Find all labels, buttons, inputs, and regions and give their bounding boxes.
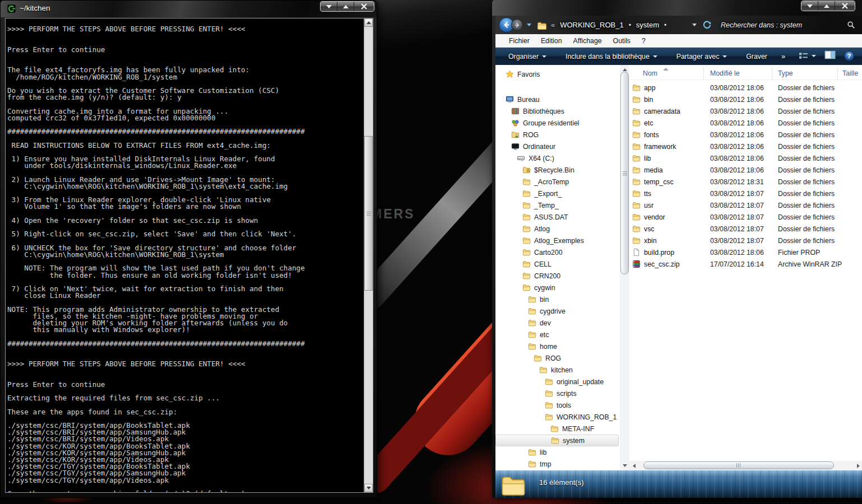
share-with-button[interactable]: Partager avec — [671, 50, 733, 63]
explorer-minimize-button[interactable] — [801, 1, 818, 11]
tree-item-cygdrive[interactable]: cygdrive — [495, 305, 620, 317]
burn-button[interactable]: Graver — [741, 50, 772, 63]
breadcrumb-crumb-system[interactable]: system — [636, 21, 659, 29]
menu-item-affichage[interactable]: Affichage — [568, 35, 608, 46]
scroll-left-button[interactable] — [629, 461, 639, 470]
file-row-fonts[interactable]: fonts03/08/2012 18:06Dossier de fichiers — [629, 129, 862, 141]
breadcrumb-overflow-chevron[interactable]: « — [551, 21, 555, 29]
tree-item-groupe-r-sidentiel[interactable]: Groupe résidentiel — [495, 117, 620, 129]
menu-item-fichier[interactable]: Fichier — [503, 35, 535, 46]
terminal-maximize-button[interactable] — [337, 2, 354, 11]
address-dropdown-chevron-icon[interactable] — [692, 24, 697, 26]
tree-item-export[interactable]: _Export_ — [495, 188, 620, 199]
tree-item-biblioth-ques[interactable]: Bibliothèques — [495, 105, 620, 117]
tree-item-favoris[interactable]: Favoris — [495, 68, 620, 80]
forward-button[interactable] — [511, 19, 523, 31]
file-row-temp-csc[interactable]: temp_csc03/08/2012 18:31Dossier de fichi… — [629, 176, 862, 188]
toolbar-more-chevron[interactable]: » — [781, 52, 785, 60]
file-row-app[interactable]: app03/08/2012 18:06Dossier de fichiers — [629, 82, 862, 94]
tree-item-lib[interactable]: lib — [495, 446, 620, 458]
tree-item-kitchen[interactable]: kitchen — [495, 364, 620, 376]
terminal-close-button[interactable] — [354, 2, 374, 11]
tree-item-system[interactable]: system — [495, 435, 619, 446]
tree-item-rog[interactable]: ROG — [495, 129, 620, 141]
horizontal-scrollbar-thumb[interactable] — [643, 461, 834, 469]
refresh-button[interactable] — [702, 20, 712, 30]
file-row-vendor[interactable]: vendor03/08/2012 18:07Dossier de fichier… — [629, 211, 862, 223]
tree-item-atlog[interactable]: Atlog — [495, 223, 620, 235]
tree-item-rog[interactable]: ROG — [495, 352, 620, 364]
file-row-etc[interactable]: etc03/08/2012 18:06Dossier de fichiers — [629, 117, 862, 129]
breadcrumb-separator-icon: • — [664, 21, 666, 29]
tree-item-asus-dat[interactable]: ASUS.DAT — [495, 211, 620, 223]
tree-item-tmp[interactable]: tmp — [495, 458, 620, 470]
explorer-close-button[interactable] — [835, 1, 855, 11]
tree-item-crn200[interactable]: CRN200 — [495, 270, 620, 282]
column-header-type[interactable]: Type — [772, 67, 838, 80]
explorer-maximize-button[interactable] — [818, 1, 835, 11]
organize-button[interactable]: Organiser — [503, 50, 552, 63]
menu-item-help[interactable]: ? — [636, 35, 651, 46]
recent-pages-chevron-icon[interactable] — [527, 24, 531, 26]
tree-item-cell[interactable]: CELL — [495, 258, 620, 270]
file-row-vsc[interactable]: vsc03/08/2012 18:07Dossier de fichiers — [629, 223, 862, 235]
scroll-down-button[interactable] — [364, 484, 373, 492]
tree-item-ordinateur[interactable]: Ordinateur — [495, 141, 620, 152]
tree-item-cygwin[interactable]: cygwin — [495, 282, 620, 293]
column-header-modified[interactable]: Modifié le — [704, 67, 772, 80]
scroll-up-button[interactable] — [364, 18, 373, 27]
tree-item-scripts[interactable]: scripts — [495, 388, 620, 399]
file-row-media[interactable]: media03/08/2012 18:06Dossier de fichiers — [629, 164, 862, 176]
file-row-sec-csc-zip[interactable]: sec_csc.zip17/07/2012 16:14Archive WinRA… — [629, 258, 862, 270]
file-row-xbin[interactable]: xbin03/08/2012 18:07Dossier de fichiers — [629, 235, 862, 246]
tree-item-etc[interactable]: etc — [495, 329, 620, 340]
include-in-library-button[interactable]: Inclure dans la bibliothèque — [560, 50, 662, 63]
tree-item-temp[interactable]: _Temp_ — [495, 199, 620, 211]
search-icon[interactable] — [847, 21, 855, 29]
terminal-minimize-button[interactable] — [321, 2, 337, 11]
terminal-scrollbar[interactable] — [364, 18, 373, 492]
tree-item-meta-inf[interactable]: META-INF — [495, 423, 620, 435]
menu-item-edition[interactable]: Edition — [535, 35, 568, 46]
tree-item-carto200[interactable]: Carto200 — [495, 246, 620, 258]
column-header-size[interactable]: Taille — [838, 67, 862, 80]
menu-item-outils[interactable]: Outils — [608, 35, 636, 46]
file-modified-date: 03/08/2012 18:07 — [704, 190, 772, 198]
file-row-framework[interactable]: framework03/08/2012 18:06Dossier de fich… — [629, 141, 862, 152]
tree-item-acrotemp[interactable]: _AcroTemp — [495, 176, 620, 188]
tree-scrollbar[interactable] — [620, 65, 629, 470]
file-row-cameradata[interactable]: cameradata03/08/2012 18:06Dossier de fic… — [629, 105, 862, 117]
tree-item-atlog-exemples[interactable]: Atlog_Exemples — [495, 235, 620, 246]
tree-item-recycle-bin[interactable]: $Recycle.Bin — [495, 164, 620, 176]
terminal-scrollbar-thumb[interactable] — [364, 136, 373, 291]
file-row-build-prop[interactable]: build.prop03/08/2012 18:06Fichier PROP — [629, 246, 862, 258]
tree-item-working-rob-1[interactable]: WORKING_ROB_1 — [495, 411, 620, 423]
breadcrumb-crumb-working-rob-1[interactable]: WORKING_ROB_1 — [560, 21, 623, 29]
file-row-usr[interactable]: usr03/08/2012 18:07Dossier de fichiers — [629, 199, 862, 211]
file-row-tts[interactable]: tts03/08/2012 18:07Dossier de fichiers — [629, 188, 862, 199]
terminal-console[interactable]: >>>> PERFORM THE STEPS ABOVE BEFORE PRES… — [5, 18, 373, 493]
file-row-bin[interactable]: bin03/08/2012 18:06Dossier de fichiers — [629, 94, 862, 105]
tree-item-bureau[interactable]: Bureau — [495, 94, 620, 105]
terminal-titlebar[interactable]: ~/kitchen — [1, 1, 377, 17]
tree-item-tools[interactable]: tools — [495, 399, 620, 411]
tree-item-original-update[interactable]: original_update — [495, 376, 620, 388]
search-input[interactable]: Rechercher dans : system — [716, 19, 860, 31]
scroll-right-button[interactable] — [854, 461, 862, 470]
file-type: Dossier de fichiers — [772, 213, 838, 221]
change-view-button[interactable] — [799, 52, 816, 60]
file-horizontal-scrollbar[interactable] — [629, 461, 862, 470]
tree-item-bin[interactable]: bin — [495, 293, 620, 305]
tree-item-x64-c[interactable]: X64 (C:) — [495, 152, 620, 164]
file-name: build.prop — [644, 249, 674, 256]
preview-pane-button[interactable] — [824, 50, 836, 62]
tree-scrollbar-thumb[interactable] — [620, 72, 629, 274]
tree-item-dev[interactable]: dev — [495, 317, 620, 329]
folder-icon — [534, 354, 542, 362]
file-row-lib[interactable]: lib03/08/2012 18:06Dossier de fichiers — [629, 152, 862, 164]
explorer-titlebar[interactable] — [492, 0, 862, 16]
help-button[interactable]: ? — [844, 51, 854, 61]
scroll-down-button[interactable] — [620, 461, 629, 470]
tree-item-home[interactable]: home — [495, 340, 620, 352]
explorer-window: « WORKING_ROB_1 • system • Rechercher da… — [492, 0, 862, 498]
